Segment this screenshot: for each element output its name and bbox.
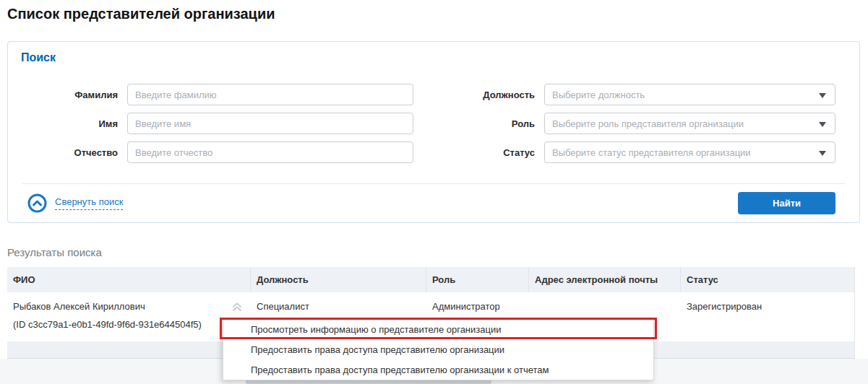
search-panel: Поиск Фамилия Имя Отчество Должность Выб… [7, 41, 860, 223]
find-button[interactable]: Найти [738, 192, 835, 214]
lastname-label: Фамилия [8, 90, 127, 100]
menu-item-view-info[interactable]: Просмотреть информацию о представителе о… [223, 319, 653, 339]
table-header-row: ФИО Должность Роль Адрес электронной поч… [7, 267, 854, 292]
chevron-down-icon [819, 122, 826, 127]
cell-status: Зарегистрирован [681, 292, 854, 341]
collapse-search-control[interactable]: Свернуть поиск [27, 193, 123, 213]
collapse-search-link[interactable]: Свернуть поиск [55, 196, 123, 210]
menu-item-grant-access[interactable]: Предоставить права доступа представителю… [223, 339, 653, 359]
firstname-input[interactable] [127, 113, 413, 134]
field-row-status: Статус Выберите статус представителя орг… [425, 141, 835, 163]
search-fields-left: Фамилия Имя Отчество [8, 84, 413, 170]
column-header-email: Адрес электронной почты [529, 267, 681, 292]
field-row-firstname: Имя [8, 113, 413, 134]
position-label: Должность [425, 90, 544, 100]
column-header-position: Должность [251, 267, 426, 292]
search-fields-right: Должность Выберите должность Роль Выбери… [425, 84, 835, 170]
middlename-label: Отчество [8, 147, 127, 158]
field-row-middlename: Отчество [8, 141, 413, 163]
field-row-role: Роль Выберите роль представителя организ… [425, 113, 835, 134]
position-select-placeholder: Выберите должность [552, 90, 645, 100]
row-actions-menu: Просмотреть информацию о представителе о… [223, 318, 654, 380]
cell-fio: Рыбаков Алексей Кириллович (ID c3cc79a1-… [7, 292, 251, 341]
menu-item-grant-access-reports[interactable]: Предоставить права доступа представителю… [223, 359, 653, 380]
position-select[interactable]: Выберите должность [544, 84, 835, 105]
collapse-circle-chevron-up-icon [27, 193, 47, 213]
role-select-placeholder: Выберите роль представителя организации [552, 118, 744, 129]
panel-divider [22, 183, 845, 184]
column-header-fio: ФИО [7, 267, 251, 292]
role-label: Роль [425, 118, 544, 129]
search-panel-title: Поиск [21, 51, 56, 64]
page-title: Список представителей организации [7, 6, 275, 22]
status-label: Статус [425, 147, 544, 158]
representative-name: Рыбаков Алексей Кириллович [13, 301, 245, 312]
representative-id: (ID c3cc79a1-e0b1-49fd-9f6d-931e644504f5… [13, 319, 245, 330]
collapse-row-double-chevron-icon[interactable] [231, 301, 243, 313]
chevron-down-icon [819, 151, 826, 156]
column-header-status: Статус [681, 267, 854, 292]
field-row-position: Должность Выберите должность [425, 84, 835, 105]
results-title: Результаты поиска [7, 246, 102, 258]
middlename-input[interactable] [127, 141, 413, 163]
column-header-role: Роль [426, 267, 529, 292]
lastname-input[interactable] [127, 84, 413, 105]
role-select[interactable]: Выберите роль представителя организации [544, 113, 835, 134]
chevron-down-icon [819, 93, 826, 98]
field-row-lastname: Фамилия [8, 84, 413, 105]
firstname-label: Имя [8, 118, 127, 129]
status-select-placeholder: Выберите статус представителя организаци… [552, 147, 751, 158]
status-select[interactable]: Выберите статус представителя организаци… [544, 141, 835, 163]
